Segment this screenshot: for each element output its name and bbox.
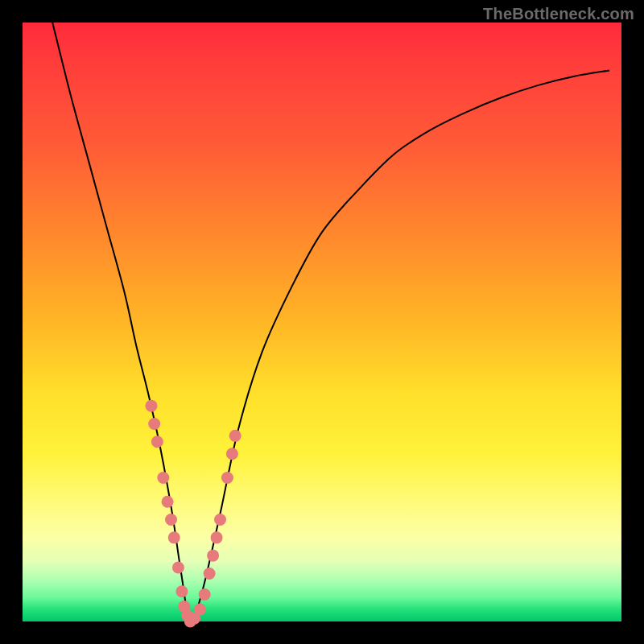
- highlight-dot: [145, 400, 157, 412]
- highlight-dot: [175, 585, 188, 597]
- plot-area: [23, 23, 621, 621]
- highlight-dots-group: [145, 400, 241, 628]
- highlight-dot: [204, 568, 216, 580]
- highlight-dot: [148, 418, 160, 430]
- highlight-dot: [168, 531, 180, 543]
- highlight-dot: [229, 430, 242, 442]
- highlight-dot: [162, 496, 174, 508]
- highlight-dot: [165, 514, 177, 526]
- highlight-dot: [211, 531, 223, 543]
- highlight-dot: [226, 448, 238, 460]
- chart-svg: [23, 23, 621, 621]
- bottleneck-curve: [52, 23, 609, 621]
- chart-frame: TheBottleneck.com: [0, 0, 644, 644]
- highlight-dot: [194, 604, 206, 616]
- watermark-text: TheBottleneck.com: [483, 5, 634, 23]
- highlight-dot: [221, 472, 233, 484]
- highlight-dot: [151, 436, 163, 448]
- highlight-dot: [207, 550, 219, 562]
- highlight-dot: [172, 562, 184, 574]
- highlight-dot: [157, 472, 169, 484]
- highlight-dot: [214, 514, 226, 526]
- highlight-dot: [199, 588, 211, 601]
